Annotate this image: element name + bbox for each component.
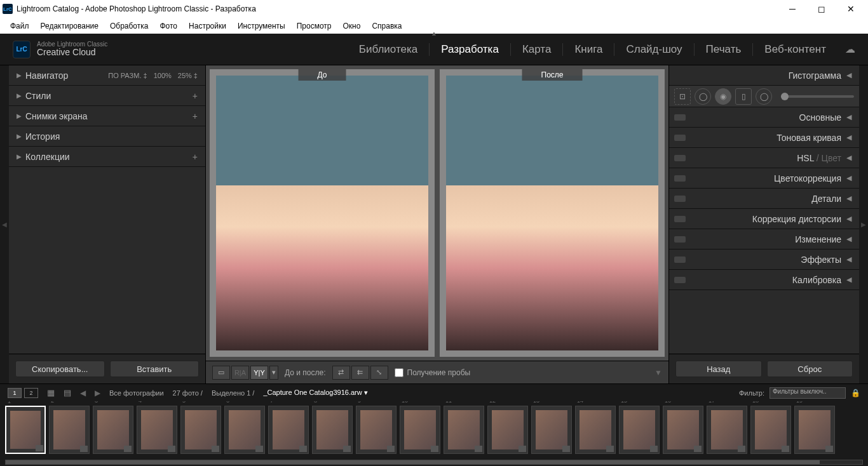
thumbnail[interactable]: 19: [794, 406, 835, 454]
maximize-button[interactable]: ◻: [807, 0, 836, 18]
collapse-top-icon[interactable]: ▲: [428, 30, 440, 37]
module-разработка[interactable]: Разработка: [430, 43, 511, 56]
grid-view2-icon[interactable]: ▤: [64, 388, 71, 397]
add-icon[interactable]: +: [193, 111, 198, 121]
fit-option[interactable]: ПО РАЗМ. ‡: [108, 72, 147, 79]
histogram-panel-header[interactable]: Гистограмма ◀: [669, 65, 859, 86]
spot-removal-icon[interactable]: ◯: [695, 88, 711, 105]
section-toggle[interactable]: [674, 236, 686, 243]
copy-before-after-button[interactable]: ⤡: [370, 366, 388, 380]
nav-back-icon[interactable]: ◀: [80, 389, 86, 397]
section-toggle[interactable]: [674, 155, 686, 161]
thumbnail[interactable]: 6: [224, 406, 265, 454]
section-тоновая кривая[interactable]: Тоновая кривая◀: [669, 128, 859, 148]
thumbnail[interactable]: 18: [750, 406, 791, 454]
thumbnail[interactable]: 1: [5, 406, 46, 454]
soft-proof-toggle[interactable]: Получение пробы: [395, 368, 471, 377]
reset-button[interactable]: Сброс: [767, 361, 853, 377]
filter-select[interactable]: Фильтры выключ..: [770, 387, 846, 399]
grid-view-icon[interactable]: ▦: [47, 388, 55, 397]
thumbnail[interactable]: 14: [575, 406, 616, 454]
menu-окно[interactable]: Окно: [338, 20, 366, 32]
nav-fwd-icon[interactable]: ▶: [95, 389, 100, 397]
panel-стили[interactable]: ▶Стили+: [9, 86, 205, 106]
crop-tool-icon[interactable]: ⊡: [674, 88, 691, 105]
menu-файл[interactable]: Файл: [5, 20, 34, 32]
right-edge-collapse[interactable]: ▶: [859, 65, 868, 383]
section-коррекция дисторсии[interactable]: Коррекция дисторсии◀: [669, 209, 859, 229]
module-библиотека[interactable]: Библиотека: [348, 43, 430, 56]
section-hsl[interactable]: HSL / Цвет◀: [669, 148, 859, 168]
filmstrip-scrollbar[interactable]: [0, 458, 868, 466]
section-toggle[interactable]: [674, 256, 686, 263]
section-калибровка[interactable]: Калибровка◀: [669, 270, 859, 290]
back-button[interactable]: Назад: [675, 361, 762, 377]
graduated-filter-icon[interactable]: ▯: [735, 88, 752, 105]
copy-button[interactable]: Скопировать...: [15, 361, 105, 377]
menu-обработка[interactable]: Обработка: [105, 20, 154, 32]
monitor-1-button[interactable]: 1: [8, 388, 22, 398]
thumbnail[interactable]: 15: [619, 406, 660, 454]
section-toggle[interactable]: [674, 216, 686, 222]
after-view[interactable]: После: [440, 69, 665, 357]
before-view[interactable]: До: [210, 69, 435, 357]
filmstrip[interactable]: 12345678910111213141516171819: [0, 401, 868, 458]
thumbnail[interactable]: 10: [400, 406, 440, 454]
loupe-view-button[interactable]: ▭: [212, 366, 230, 380]
section-toggle[interactable]: [674, 175, 686, 182]
menu-просмотр[interactable]: Просмотр: [292, 20, 337, 32]
thumbnail[interactable]: 5: [180, 406, 221, 454]
thumbnail[interactable]: 12: [487, 406, 528, 454]
menu-справка[interactable]: Справка: [367, 20, 407, 32]
minimize-button[interactable]: ─: [778, 0, 807, 18]
left-edge-collapse[interactable]: ◀: [0, 65, 9, 383]
soft-proof-checkbox[interactable]: [395, 368, 403, 377]
panel-история[interactable]: ▶История: [9, 126, 205, 147]
radial-filter-icon[interactable]: ◯: [756, 88, 772, 105]
monitor-2-button[interactable]: 2: [24, 388, 38, 398]
brush-size-slider[interactable]: [781, 95, 854, 98]
thumbnail[interactable]: 7: [268, 406, 309, 454]
module-книга[interactable]: Книга: [563, 43, 614, 56]
add-icon[interactable]: +: [193, 152, 198, 162]
filename-label[interactable]: _Capture One Catalog3916.arw ▾: [263, 389, 367, 397]
thumbnail[interactable]: 9: [356, 406, 397, 454]
panel-коллекции[interactable]: ▶Коллекции+: [9, 147, 205, 167]
module-карта[interactable]: Карта: [511, 43, 564, 56]
thumbnail[interactable]: 8: [312, 406, 353, 454]
thumbnail[interactable]: 3: [93, 406, 133, 454]
thumbnail[interactable]: 16: [663, 406, 703, 454]
red-eye-icon[interactable]: ◉: [715, 88, 731, 105]
module-веб-контент[interactable]: Веб-контент: [753, 43, 837, 56]
menu-редактирование[interactable]: Редактирование: [36, 20, 104, 32]
section-toggle[interactable]: [674, 196, 686, 202]
thumbnail[interactable]: 13: [531, 406, 572, 454]
before-after-button[interactable]: Y|Y: [250, 366, 268, 380]
source-label[interactable]: Все фотографии: [109, 389, 164, 397]
section-детали[interactable]: Детали◀: [669, 189, 859, 209]
module-слайд-шоу[interactable]: Слайд-шоу: [614, 43, 694, 56]
swap-before-after-button[interactable]: ⇄: [332, 366, 350, 380]
thumbnail[interactable]: 4: [137, 406, 177, 454]
thumbnail[interactable]: 11: [444, 406, 484, 454]
section-эффекты[interactable]: Эффекты◀: [669, 250, 859, 270]
section-toggle[interactable]: [674, 114, 686, 121]
cloud-sync-icon[interactable]: ☁: [845, 43, 855, 55]
menu-настройки[interactable]: Настройки: [184, 20, 231, 32]
panel-снимки экрана[interactable]: ▶Снимки экрана+: [9, 106, 205, 126]
zoom-25[interactable]: 25% ‡: [178, 72, 198, 79]
navigator-panel-header[interactable]: ▶ Навигатор ПО РАЗМ. ‡ 100% 25% ‡: [9, 65, 205, 86]
paste-button[interactable]: Вставить: [110, 361, 200, 377]
add-icon[interactable]: +: [193, 91, 198, 101]
copy-after-before-button[interactable]: ⇇: [351, 366, 369, 380]
menu-фото[interactable]: Фото: [154, 20, 182, 32]
ref-view-button[interactable]: R|A: [231, 366, 249, 380]
section-изменение[interactable]: Изменение◀: [669, 229, 859, 250]
thumbnail[interactable]: 2: [49, 406, 90, 454]
module-печать[interactable]: Печать: [695, 43, 754, 56]
section-цветокоррекция[interactable]: Цветокоррекция◀: [669, 168, 859, 189]
ba-dropdown-icon[interactable]: ▾: [269, 366, 278, 380]
toolbar-more-icon[interactable]: ▼: [654, 368, 662, 377]
menu-инструменты[interactable]: Инструменты: [233, 20, 290, 32]
section-toggle[interactable]: [674, 135, 686, 141]
